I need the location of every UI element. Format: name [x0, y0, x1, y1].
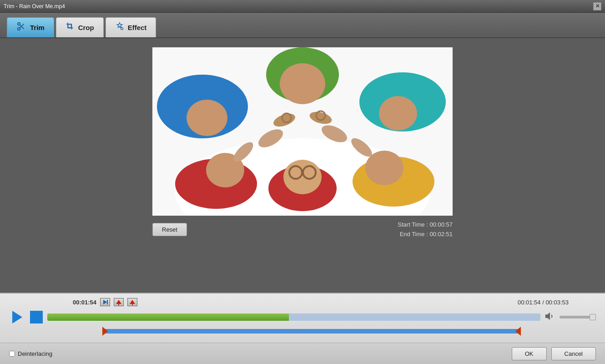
reset-button[interactable]: Reset: [152, 223, 187, 236]
crop-icon: [66, 22, 75, 33]
svg-line-6: [119, 27, 121, 28]
end-time-row: End Time : 00:02:51: [398, 230, 453, 239]
window-title: Trim - Rain Over Me.mp4: [4, 3, 65, 10]
set-end-button[interactable]: [127, 298, 137, 306]
player-top-row: 00:01:54 00:01:54 / 00:03:53: [9, 298, 596, 306]
video-frame: [152, 47, 453, 216]
tab-bar: Trim Crop Effect: [0, 13, 605, 38]
play-triangle-icon: [12, 311, 22, 324]
svg-rect-32: [107, 300, 108, 304]
svg-point-10: [280, 63, 325, 104]
trim-range-row: [9, 329, 596, 334]
cancel-button[interactable]: Cancel: [551, 347, 596, 360]
footer-buttons: OK Cancel: [512, 347, 596, 360]
trim-handle-right[interactable]: [515, 327, 521, 336]
video-preview: [152, 47, 453, 216]
title-bar: Trim - Rain Over Me.mp4 ✕: [0, 0, 605, 13]
start-time-row: Start Time : 00:00:57: [398, 220, 453, 230]
volume-thumb[interactable]: [590, 314, 596, 320]
player-main-row: [9, 309, 596, 325]
set-start-button[interactable]: [114, 298, 124, 306]
tab-crop-label: Crop: [78, 24, 94, 31]
scissors-icon: [16, 21, 26, 34]
svg-point-12: [187, 100, 227, 136]
svg-point-5: [121, 28, 123, 30]
trim-handle-left[interactable]: [102, 327, 108, 336]
svg-marker-35: [130, 300, 135, 304]
close-button[interactable]: ✕: [593, 2, 601, 10]
play-button[interactable]: [9, 309, 25, 325]
volume-track[interactable]: [560, 316, 596, 318]
current-time-display: 00:01:54: [73, 299, 96, 306]
effect-icon: [115, 22, 124, 33]
svg-marker-37: [546, 313, 550, 319]
tab-effect-label: Effect: [128, 24, 147, 31]
main-content: Reset Start Time : 00:00:57 End Time : 0…: [0, 38, 605, 293]
volume-icon[interactable]: [545, 311, 555, 324]
footer-bar: Deinterlacing OK Cancel: [0, 343, 605, 364]
end-time-label: End Time :: [400, 231, 428, 238]
tab-trim[interactable]: Trim: [7, 17, 54, 37]
svg-marker-31: [103, 300, 107, 304]
svg-rect-4: [68, 25, 71, 28]
time-info: Start Time : 00:00:57 End Time : 00:02:5…: [398, 220, 453, 239]
deinterlacing-checkbox[interactable]: [9, 351, 15, 357]
trim-track[interactable]: [102, 329, 521, 334]
play-to-marker-button[interactable]: [100, 298, 110, 306]
start-time-label: Start Time :: [398, 221, 428, 228]
svg-marker-33: [116, 300, 121, 304]
tab-effect[interactable]: Effect: [106, 17, 156, 37]
progress-fill: [47, 313, 289, 321]
progress-remaining: [289, 313, 540, 321]
svg-point-14: [379, 96, 417, 131]
stop-button[interactable]: [30, 311, 43, 324]
ok-button[interactable]: OK: [512, 347, 547, 360]
video-controls: Reset Start Time : 00:00:57 End Time : 0…: [152, 220, 453, 239]
svg-point-20: [283, 160, 322, 194]
progress-track[interactable]: [47, 313, 540, 321]
video-svg: [152, 47, 453, 216]
svg-point-0: [18, 23, 20, 25]
tab-trim-label: Trim: [30, 24, 45, 31]
start-time-value: 00:00:57: [429, 221, 453, 228]
deinterlacing-label[interactable]: Deinterlacing: [9, 350, 52, 357]
tab-crop[interactable]: Crop: [56, 17, 104, 37]
end-time-value: 00:02:51: [429, 231, 453, 238]
player-area: 00:01:54 00:01:54 / 00:03:53: [0, 293, 605, 343]
svg-point-1: [18, 28, 20, 30]
duration-display: 00:01:54 / 00:03:53: [518, 299, 569, 306]
